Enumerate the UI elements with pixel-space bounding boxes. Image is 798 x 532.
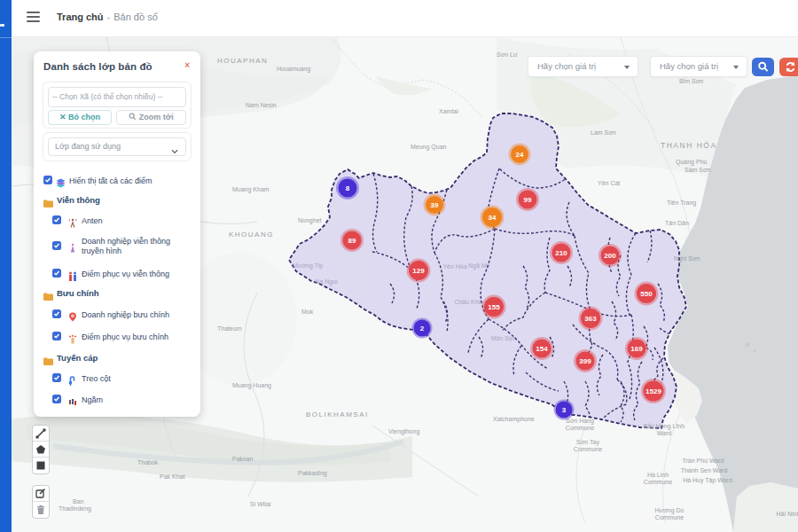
svg-text:Meung Quan: Meung Quan xyxy=(411,144,447,151)
svg-text:Lam Sơn: Lam Sơn xyxy=(591,129,616,136)
svg-text:Pakkading: Pakkading xyxy=(298,470,327,477)
svg-text:KHOUANG: KHOUANG xyxy=(229,231,274,239)
svg-text:Bắc Hồng Lĩnh: Bắc Hồng Lĩnh xyxy=(644,422,685,430)
svg-text:Nonghet: Nonghet xyxy=(298,217,322,224)
svg-text:Yên Cát: Yên Cát xyxy=(598,180,620,186)
svg-text:39: 39 xyxy=(431,201,439,209)
svg-text:155: 155 xyxy=(488,303,500,311)
svg-text:1529: 1529 xyxy=(645,387,661,395)
svg-text:399: 399 xyxy=(579,357,591,365)
svg-text:Hà Linh: Hà Linh xyxy=(647,472,669,478)
svg-text:Commune: Commune xyxy=(644,479,672,485)
svg-text:210: 210 xyxy=(555,249,567,257)
svg-text:Hải Ninh: Hải Ninh xyxy=(777,511,798,517)
svg-text:200: 200 xyxy=(604,252,616,260)
svg-text:Trần Phú Ward: Trần Phú Ward xyxy=(683,457,724,464)
svg-text:Hà Huy Tập Ward: Hà Huy Tập Ward xyxy=(683,477,732,484)
svg-text:Hương Do: Hương Do xyxy=(654,507,684,514)
svg-text:Sơn Lư: Sơn Lư xyxy=(497,51,518,58)
svg-text:99: 99 xyxy=(524,196,532,204)
svg-text:Xaichamphone: Xaichamphone xyxy=(493,416,535,423)
svg-text:3: 3 xyxy=(562,406,567,414)
svg-text:Na Ngoi: Na Ngoi xyxy=(315,278,338,286)
svg-text:154: 154 xyxy=(536,345,548,353)
svg-text:129: 129 xyxy=(412,267,425,275)
svg-text:Sơn Hang: Sơn Hang xyxy=(566,418,594,425)
svg-text:Commune: Commune xyxy=(566,425,594,431)
svg-text:Sơn Tay: Sơn Tay xyxy=(576,439,599,446)
svg-text:Thành Sen Ward: Thành Sen Ward xyxy=(681,467,728,473)
svg-text:34: 34 xyxy=(489,214,497,222)
svg-text:Tân Dân: Tân Dân xyxy=(665,220,689,226)
svg-text:363: 363 xyxy=(584,315,597,323)
svg-text:Thadindeng: Thadindeng xyxy=(59,505,91,512)
svg-text:Ngã My: Ngã My xyxy=(468,262,490,270)
svg-text:8: 8 xyxy=(346,184,350,192)
svg-text:Yên Hòa: Yên Hòa xyxy=(442,263,466,270)
svg-text:Sầm Sơn: Sầm Sơn xyxy=(685,166,711,173)
svg-text:Nghi Sơn: Nghi Sơn xyxy=(674,255,700,262)
svg-text:169: 169 xyxy=(630,345,643,353)
svg-text:24: 24 xyxy=(516,151,524,159)
svg-text:Thabok: Thabok xyxy=(137,459,159,466)
svg-text:Ban: Ban xyxy=(73,498,84,505)
svg-text:Pak Khat: Pak Khat xyxy=(160,473,184,480)
svg-text:HOUAPHAN: HOUAPHAN xyxy=(217,57,268,65)
svg-text:89: 89 xyxy=(348,237,356,245)
svg-text:Mok: Mok xyxy=(301,309,314,315)
svg-text:Mường Tip: Mường Tip xyxy=(293,262,323,270)
svg-text:Muang Huang: Muang Huang xyxy=(232,382,271,389)
svg-text:Nam Nesin: Nam Nesin xyxy=(246,102,277,108)
svg-text:Commune: Commune xyxy=(655,514,684,520)
svg-text:Si Wilai: Si Wilai xyxy=(250,501,271,507)
svg-text:Viengthong: Viengthong xyxy=(388,428,419,435)
svg-text:Xamtai: Xamtai xyxy=(439,108,458,114)
svg-text:Ward: Ward xyxy=(657,430,672,436)
svg-text:BOLIKHAMSAI: BOLIKHAMSAI xyxy=(306,411,369,419)
svg-text:Bỉm Sơn: Bỉm Sơn xyxy=(679,78,703,84)
svg-text:Muang Kham: Muang Kham xyxy=(232,186,270,193)
svg-text:Houamuang: Houamuang xyxy=(277,66,310,73)
svg-text:THANH HÓA: THANH HÓA xyxy=(661,141,717,150)
svg-text:Commune: Commune xyxy=(574,446,602,452)
svg-text:Quảng Phú: Quảng Phú xyxy=(676,159,708,166)
svg-text:Tiên Trang: Tiên Trang xyxy=(667,200,696,207)
svg-text:Pakxan: Pakxan xyxy=(232,456,253,462)
svg-text:2: 2 xyxy=(420,325,425,332)
svg-text:Thateum: Thateum xyxy=(217,325,242,332)
svg-text:Châu Khê: Châu Khê xyxy=(454,299,481,305)
svg-text:550: 550 xyxy=(640,290,653,298)
